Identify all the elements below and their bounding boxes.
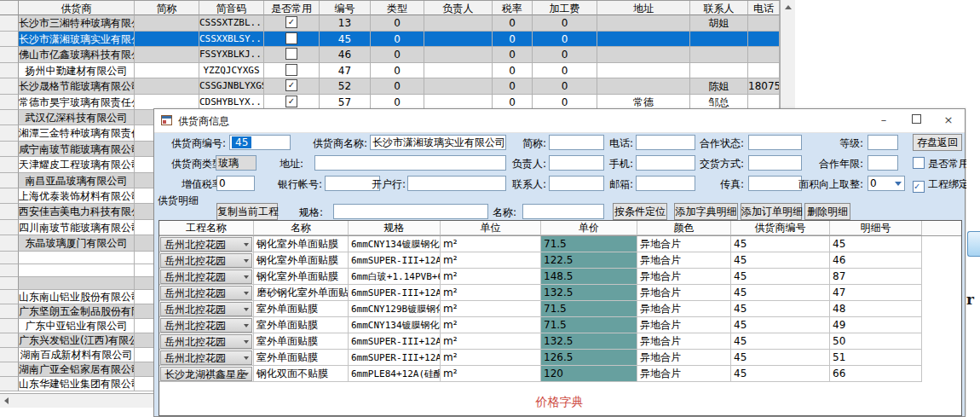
grid-column-header[interactable]: 规格 [349, 221, 441, 235]
cell[interactable]: 0 [533, 32, 597, 48]
name-cell[interactable]: 磨砂钢化室外单面贴膜 [254, 285, 349, 301]
column-header[interactable]: 负责人 [424, 1, 493, 15]
coop-status-input[interactable] [748, 135, 802, 150]
row-header-cell[interactable] [0, 110, 19, 125]
detail-id-cell[interactable]: 87 [830, 269, 922, 285]
supplier-name-cell[interactable]: 广东兴发铝业(江西)有限公司 [19, 333, 135, 348]
cell[interactable]: YZZQJCYXGS [199, 63, 264, 79]
common-checkbox-checked[interactable]: ✓ [285, 16, 297, 28]
cell[interactable]: 扬州中勤建材有限公司 [19, 63, 135, 79]
column-header[interactable]: 加工费 [533, 1, 597, 15]
column-header[interactable]: 简称 [135, 1, 199, 15]
delete-detail-button[interactable]: 删除明细 [804, 203, 850, 220]
grid-column-header[interactable]: 颜色 [637, 221, 731, 235]
cell[interactable]: 0 [371, 32, 424, 48]
dialog-titlebar[interactable]: 供货商信息 – × [154, 109, 965, 133]
row-header-cell[interactable] [0, 188, 19, 204]
supplier-name-cell[interactable]: 咸宁南玻节能玻璃有限公司 [19, 142, 135, 157]
grid-row[interactable]: 岳州北控花园钢化室外单面贴膜6mmCNY134镀膜钢化m²71.5异地合片454… [159, 236, 961, 252]
supplier-name-cell[interactable] [19, 252, 135, 264]
row-header-cell[interactable] [0, 220, 19, 235]
color-cell[interactable]: 异地合片 [637, 285, 731, 301]
cell[interactable] [135, 32, 199, 48]
column-header[interactable]: 是否常用 [264, 1, 320, 15]
cell[interactable]: 13 [320, 15, 371, 32]
name-cell[interactable]: 室外单面贴膜 [254, 350, 349, 366]
project-cell[interactable]: 岳州北控花园 [159, 301, 254, 317]
detail-id-cell[interactable]: 49 [830, 317, 922, 333]
name-cell[interactable]: 室外单面贴膜 [254, 333, 349, 350]
project-combobox[interactable]: 岳州北控花园 [160, 253, 252, 268]
grade-input[interactable] [868, 135, 898, 150]
cell[interactable]: 0 [533, 15, 597, 32]
supplier-name-cell[interactable]: 湖南百成新材料有限公司 [19, 348, 135, 362]
minimize-button[interactable]: – [868, 109, 900, 131]
cell[interactable] [748, 63, 780, 79]
supplier-id-cell[interactable]: 45 [731, 285, 830, 301]
grid-row[interactable]: 岳州北控花园磨砂钢化室外单面贴膜6mmSUPER-III+12A(硅...m²1… [159, 285, 961, 301]
bank-branch-input[interactable] [407, 176, 506, 191]
spec-cell[interactable]: 6mm白玻+1.14PVB+6mm... [349, 269, 441, 285]
supplier-id-input[interactable]: 45 [229, 135, 291, 150]
supplier-id-cell[interactable]: 45 [731, 350, 830, 366]
cell[interactable]: FSSYXBLKJ... [199, 47, 264, 63]
scroll-up-icon[interactable] [785, 5, 792, 9]
price-cell[interactable]: 71.5 [541, 236, 637, 252]
column-header[interactable]: 联系人 [690, 1, 748, 15]
unit-cell[interactable]: m² [441, 366, 541, 382]
cell[interactable]: 0 [493, 47, 533, 63]
color-cell[interactable]: 异地合片 [637, 252, 731, 269]
price-cell[interactable]: 148.5 [541, 269, 637, 285]
spec-cell[interactable]: 6mmCNY134镀膜钢化 [349, 317, 441, 333]
project-cell[interactable]: 岳州北控花园 [159, 333, 254, 350]
row-header-cell[interactable] [0, 204, 19, 219]
price-cell[interactable]: 71.5 [541, 301, 637, 317]
row-header-cell[interactable] [0, 173, 19, 188]
supplier-name-cell[interactable]: 四川南玻节能玻璃有限公司 [19, 220, 135, 235]
project-bind-checkbox[interactable]: ✓工程绑定 [913, 177, 966, 192]
supplier-name-cell[interactable]: 山东华建铝业集团有限公司 [19, 377, 135, 391]
cell[interactable] [264, 63, 320, 79]
price-cell[interactable]: 120 [541, 366, 637, 382]
unit-cell[interactable]: m² [441, 252, 541, 269]
project-combobox[interactable]: 岳州北控花园 [160, 318, 252, 333]
cell[interactable] [424, 47, 493, 63]
grid-column-header[interactable]: 名称 [254, 221, 349, 235]
cell[interactable] [748, 15, 780, 32]
supplier-row[interactable]: 长沙市潇湘玻璃实业有限公司CSSXXBLSY...45000 [0, 32, 795, 48]
project-cell[interactable]: 岳州北控花园 [159, 236, 254, 252]
save-return-button[interactable]: 存盘返回 [913, 134, 962, 151]
spec-filter-input[interactable] [333, 204, 488, 219]
cell[interactable]: 陈姐 [690, 78, 748, 95]
column-header[interactable]: 简音码 [199, 1, 264, 15]
supplier-id-cell[interactable]: 45 [731, 317, 830, 333]
supplier-id-cell[interactable]: 45 [731, 252, 830, 269]
name-cell[interactable]: 钢化室外单面贴膜 [254, 252, 349, 269]
cell[interactable]: 0 [371, 78, 424, 95]
spec-cell[interactable]: 6mmCNY129B镀膜钢化 [349, 301, 441, 317]
column-header[interactable]: 地址 [597, 1, 690, 15]
maximize-button[interactable] [900, 109, 932, 131]
project-combobox[interactable]: 岳州北控花园 [160, 286, 252, 300]
cell[interactable] [424, 63, 493, 79]
scroll-left-icon[interactable] [4, 397, 9, 404]
supplier-name-cell[interactable]: 南昌亚晶玻璃有限公司 [19, 173, 135, 188]
cell[interactable] [748, 32, 780, 48]
row-header-cell[interactable] [0, 264, 19, 277]
color-cell[interactable]: 异地合片 [637, 366, 731, 382]
supplier-name-cell[interactable]: 广东中亚铝业有限公司 [19, 319, 135, 333]
grid-column-header[interactable]: 单价 [541, 221, 637, 235]
column-header[interactable]: 供货商 [19, 1, 135, 15]
row-header-cell[interactable] [0, 362, 19, 377]
copy-current-project-button[interactable]: 复制当前工程 [216, 203, 278, 220]
project-cell[interactable]: 岳州北控花园 [159, 317, 254, 333]
cell[interactable]: 0 [533, 63, 597, 79]
detail-id-cell[interactable]: 48 [830, 301, 922, 317]
cell[interactable] [690, 47, 748, 63]
supplier-row[interactable]: 长沙晟格节能玻璃有限公司CSSGJNBLYXGS✓52000陈姐180751 [0, 78, 795, 95]
row-header-cell[interactable] [0, 125, 19, 141]
row-header-cell[interactable] [0, 142, 19, 157]
row-header-cell[interactable] [0, 63, 19, 79]
row-header-cell[interactable] [0, 78, 19, 95]
detail-id-cell[interactable]: 47 [830, 285, 922, 301]
